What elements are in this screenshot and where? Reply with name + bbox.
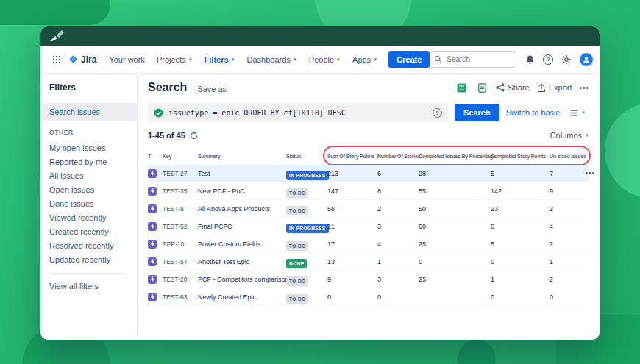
row-more-button[interactable]: ••• [585,169,595,177]
sidebar-item-search-issues[interactable]: Search issues [40,103,137,121]
nav-item-projects[interactable]: Projects▼ [152,51,198,68]
document-export-icon[interactable] [475,81,488,94]
nav-item-dashboards[interactable]: Dashboards▼ [242,51,302,68]
status-badge[interactable]: TO DO [286,188,308,198]
column-header-key[interactable]: Key [163,154,198,159]
notifications-icon[interactable] [523,53,536,66]
nav-item-filters[interactable]: Filters▼ [199,51,241,68]
sidebar-item-my-open-issues[interactable]: My open issues [40,140,137,154]
table-row[interactable]: TEST-8 All Anova Apps Products TO DO 56 … [148,200,589,218]
sidebar-item-open-issues[interactable]: Open issues [40,182,137,196]
nav-item-people[interactable]: People▼ [304,51,346,68]
issue-summary[interactable]: Test [198,170,286,177]
cell-completed-pct: 0 [419,258,491,265]
sidebar-view-all-filters[interactable]: View all filters [40,279,137,293]
status-badge[interactable]: TO DO [286,294,308,304]
issue-key[interactable]: TEST-27 [163,170,198,177]
spreadsheet-export-icon[interactable] [455,81,468,94]
help-icon[interactable]: ? [543,54,553,65]
cell-sum-points: 21 [327,223,377,230]
issue-summary[interactable]: Another Test Epic [198,258,286,265]
jira-logo[interactable]: Jira [67,54,102,65]
column-header-sum-of-story-points[interactable]: Sum Of Story Points ↓ [327,153,377,160]
export-button[interactable]: Export [537,83,572,93]
epic-icon [148,204,157,213]
nav-item-your-work[interactable]: Your work [104,51,150,68]
issue-key[interactable]: SPP-10 [163,240,198,248]
cell-unsized: 2 [550,240,588,248]
table-row[interactable]: TEST-35 New PCF - PoC TO DO 147 8 55 142… [148,182,589,200]
column-header-summary[interactable]: Summary [198,154,286,159]
column-header-completed-story-points[interactable]: Completed Story Points [491,154,550,159]
view-options-button[interactable]: ▼ [566,107,589,119]
table-row[interactable]: SPP-10 Power Custom Fields TO DO 17 4 25… [148,235,589,253]
save-as-link[interactable]: Save as [197,85,227,93]
jql-query-text[interactable]: issuetype = epic ORDER BY cf[10110] DESC [168,109,427,117]
status-badge[interactable]: IN PROGRESS [286,171,329,180]
table-row[interactable]: TEST-63 Newly Created Epic TO DO 0 0 0 0 [148,288,589,306]
jql-input[interactable]: issuetype = epic ORDER BY cf[10110] DESC… [148,103,448,122]
more-actions-button[interactable]: ••• [579,84,589,92]
issue-key[interactable]: TEST-8 [163,205,198,213]
cell-completed-points: 0 [491,293,550,301]
search-input[interactable] [430,51,516,68]
issue-key[interactable]: TEST-20 [163,276,198,283]
column-header-un-sized-issues[interactable]: Un-sized Issues [550,154,588,159]
app-switcher-icon[interactable] [48,52,65,67]
sidebar-item-done-issues[interactable]: Done issues [40,196,137,210]
issue-summary[interactable]: Newly Created Epic [198,293,286,301]
cell-sum-points: 147 [327,188,377,195]
issue-key[interactable]: TEST-57 [163,258,198,265]
bg-shape [605,103,640,199]
issue-summary[interactable]: New PCF - PoC [198,188,286,195]
jira-logo-text: Jira [81,54,96,65]
sidebar-item-resolved-recently[interactable]: Resolved recently [40,238,137,252]
status-badge[interactable]: TO DO [286,276,308,286]
cell-completed-points: 5 [491,240,550,248]
issue-key[interactable]: TEST-35 [163,188,198,195]
status-badge[interactable]: TO DO [286,206,308,215]
share-icon [496,83,505,92]
sidebar-item-all-issues[interactable]: All issues [40,168,137,182]
cell-num-stories: 3 [377,276,419,283]
status-badge[interactable]: DONE [286,259,307,268]
issue-key[interactable]: TEST-52 [163,223,198,230]
column-header-number-of-stories[interactable]: Number Of Stories [377,154,419,159]
sidebar-title: Filters [40,82,137,93]
user-avatar[interactable] [580,53,593,66]
nav-item-apps[interactable]: Apps▼ [347,51,383,68]
table-row[interactable]: TEST-57 Another Test Epic DONE 13 1 0 0 … [148,253,589,271]
cell-num-stories: 6 [377,170,419,177]
share-button[interactable]: Share [496,83,529,92]
create-button[interactable]: Create [388,51,430,68]
issue-key[interactable]: TEST-63 [163,293,198,301]
search-button[interactable]: Search [455,104,499,121]
refresh-icon[interactable] [190,132,198,140]
jql-help-icon[interactable]: ? [433,108,442,118]
cell-completed-pct: 55 [419,188,491,195]
column-header-completed-issues-by-percentage[interactable]: Completed Issues By Percentage [419,154,491,159]
cell-completed-points: 5 [491,170,550,177]
switch-to-basic-link[interactable]: Switch to basic [506,108,560,117]
epic-icon [148,257,157,266]
table-row[interactable]: TEST-52 Final PCFC IN PROGRESS 21 3 60 8… [148,218,589,235]
sidebar-item-reported-by-me[interactable]: Reported by me [40,154,137,168]
issue-summary[interactable]: All Anova Apps Products [198,205,286,213]
columns-button[interactable]: Columns ▼ [550,131,589,140]
table-row[interactable]: TEST-20 PCF - Competitors comparison TO … [148,271,589,288]
sidebar-item-created-recently[interactable]: Created recently [40,224,137,238]
issue-summary[interactable]: Power Custom Fields [198,240,286,248]
column-header-status[interactable]: Status [286,154,327,159]
column-header-type[interactable]: T [148,154,163,159]
sidebar-item-updated-recently[interactable]: Updated recently [40,252,137,266]
status-badge[interactable]: IN PROGRESS [286,224,329,233]
status-badge[interactable]: TO DO [286,241,308,251]
settings-gear-icon[interactable] [560,53,573,66]
cell-completed-pct: 28 [419,170,491,177]
issue-summary[interactable]: Final PCFC [198,223,286,230]
epic-icon [148,222,157,231]
result-count: 1-45 of 45 [148,131,185,140]
table-row[interactable]: TEST-27 Test IN PROGRESS 213 6 28 5 7 ••… [148,165,589,182]
issue-summary[interactable]: PCF - Competitors comparison [198,276,286,283]
sidebar-item-viewed-recently[interactable]: Viewed recently [40,210,137,224]
